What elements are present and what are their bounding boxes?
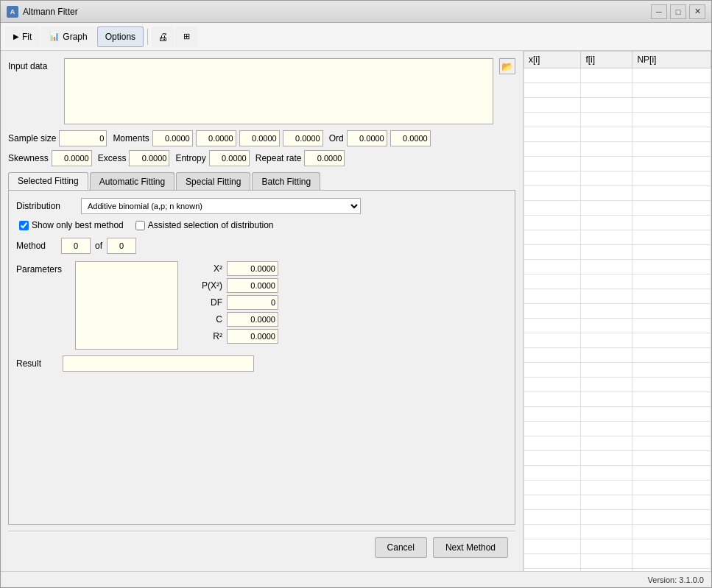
table-row: [524, 481, 711, 495]
table-row: [524, 113, 711, 127]
entropy-input[interactable]: [209, 150, 250, 166]
table-row: [524, 436, 711, 451]
pchi2-row: P(X²): [186, 278, 278, 293]
table-row: [524, 422, 711, 436]
folder-icon: 📂: [501, 61, 513, 72]
fit-label: Fit: [22, 32, 32, 42]
df-input[interactable]: [227, 295, 278, 310]
tab-special-fitting[interactable]: Special Fitting: [176, 172, 250, 190]
show-best-method-label[interactable]: Show only best method: [32, 220, 124, 230]
cancel-button[interactable]: Cancel: [375, 537, 427, 558]
maximize-button[interactable]: □: [670, 4, 686, 19]
print-button[interactable]: 🖨: [152, 26, 174, 47]
toolbar-separator: [147, 29, 148, 45]
table-row: [524, 466, 711, 481]
stats-row-1: Sample size Moments Ord: [8, 130, 515, 146]
assisted-selection-checkbox[interactable]: [135, 221, 145, 230]
method-total-input[interactable]: [107, 238, 136, 254]
table-row: [524, 127, 711, 142]
chi2-input[interactable]: [227, 261, 278, 276]
table-row: [524, 68, 711, 83]
open-file-button[interactable]: 📂: [499, 58, 515, 74]
method-label: Method: [16, 241, 57, 251]
c-label: C: [186, 314, 222, 325]
input-data-label: Input data: [8, 61, 58, 71]
moment4-input[interactable]: [283, 130, 323, 146]
bottom-bar: Cancel Next Method: [8, 531, 515, 564]
window-title: Altmann Fitter: [23, 7, 651, 17]
table-row: [524, 348, 711, 363]
distribution-select[interactable]: Additive binomial (a,p; n known): [81, 198, 361, 214]
close-button[interactable]: ✕: [689, 4, 705, 19]
left-content: Input data 📂 Sample size: [8, 58, 515, 564]
input-data-textarea[interactable]: [64, 58, 493, 124]
fit-button[interactable]: ▶ Fit: [5, 26, 40, 47]
graph-button[interactable]: 📊 Graph: [41, 26, 95, 47]
repeat-rate-group: Repeat rate: [255, 150, 345, 166]
r2-input[interactable]: [227, 329, 278, 344]
window-controls: ─ □ ✕: [651, 4, 705, 19]
table-row: [524, 495, 711, 510]
table-row: [524, 157, 711, 171]
checkbox-row: Show only best method Assisted selection…: [16, 220, 507, 230]
main-area: Input data 📂 Sample size: [1, 51, 711, 571]
main-window: A Altmann Fitter ─ □ ✕ ▶ Fit 📊 Graph Opt…: [0, 0, 712, 588]
df-row: DF: [186, 295, 278, 310]
grid-button[interactable]: ⊞: [175, 26, 197, 47]
print-icon: 🖨: [158, 31, 168, 43]
grid-icon: ⊞: [183, 32, 190, 41]
options-button[interactable]: Options: [97, 26, 144, 47]
tab-selected-fitting[interactable]: Selected Fitting: [8, 172, 88, 190]
ord2-input[interactable]: [390, 130, 431, 146]
excess-label: Excess: [98, 153, 127, 163]
c-input[interactable]: [227, 312, 278, 327]
method-value-input[interactable]: [61, 238, 91, 254]
col-header-fi: f[i]: [581, 52, 632, 68]
title-bar: A Altmann Fitter ─ □ ✕: [1, 1, 711, 23]
show-best-method-group: Show only best method: [19, 220, 124, 230]
metrics-section: X² P(X²) DF: [186, 261, 278, 344]
table-row: [524, 451, 711, 466]
sample-size-input[interactable]: [59, 130, 107, 146]
next-method-button[interactable]: Next Method: [433, 537, 508, 558]
tab-batch-fitting[interactable]: Batch Fitting: [252, 172, 320, 190]
pchi2-input[interactable]: [227, 278, 278, 293]
ord-label: Ord: [329, 133, 344, 144]
toolbar: ▶ Fit 📊 Graph Options 🖨 ⊞: [1, 23, 711, 51]
excess-group: Excess: [98, 150, 170, 166]
minimize-button[interactable]: ─: [651, 4, 667, 19]
tab-automatic-fitting[interactable]: Automatic Fitting: [90, 172, 175, 190]
excess-input[interactable]: [129, 150, 169, 166]
assisted-selection-label[interactable]: Assisted selection of distribution: [148, 220, 274, 230]
stats-row-2: Skewness Excess Entropy Repeat rate: [8, 150, 515, 166]
col-header-xi: x[i]: [524, 52, 581, 68]
table-row: [524, 201, 711, 216]
result-input[interactable]: [63, 355, 254, 372]
table-row: [524, 363, 711, 378]
col-header-npi: NP[i]: [632, 52, 711, 68]
right-panel: x[i] f[i] NP[i]: [524, 51, 711, 571]
tabs-container: Selected Fitting Automatic Fitting Speci…: [8, 172, 515, 525]
parameters-row: Parameters X² P(X²): [16, 261, 507, 350]
table-row: [524, 186, 711, 201]
table-row: [524, 171, 711, 186]
statistics-section: Sample size Moments Ord: [8, 130, 515, 166]
entropy-label: Entropy: [175, 153, 205, 163]
table-row: [524, 304, 711, 319]
show-best-method-checkbox[interactable]: [19, 221, 29, 230]
r2-row: R²: [186, 329, 278, 344]
parameters-box: [75, 261, 178, 350]
ord1-input[interactable]: [347, 130, 387, 146]
input-data-section: Input data 📂: [8, 58, 515, 124]
repeat-rate-input[interactable]: [304, 150, 345, 166]
status-bar: Version: 3.1.0.0: [1, 571, 711, 587]
table-row: [524, 539, 711, 554]
moment2-input[interactable]: [196, 130, 236, 146]
pchi2-label: P(X²): [186, 280, 222, 291]
table-row: [524, 319, 711, 333]
tab-content-selected-fitting: Distribution Additive binomial (a,p; n k…: [8, 190, 515, 525]
table-row: [524, 289, 711, 304]
moment3-input[interactable]: [239, 130, 280, 146]
skewness-input[interactable]: [52, 150, 92, 166]
moment1-input[interactable]: [152, 130, 193, 146]
